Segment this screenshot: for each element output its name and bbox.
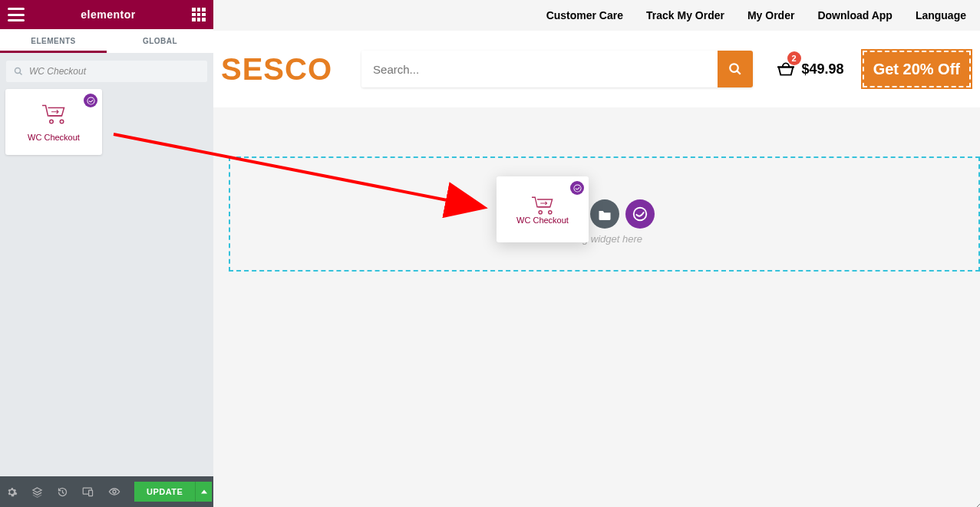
nav-track-order[interactable]: Track My Order — [646, 9, 724, 21]
cart-button[interactable]: 2 $49.98 — [776, 61, 844, 77]
settings-icon[interactable] — [6, 485, 18, 499]
svg-point-5 — [60, 120, 64, 123]
svg-point-3 — [87, 97, 94, 104]
apps-grid-icon[interactable] — [192, 8, 206, 21]
nav-language[interactable]: Language — [916, 9, 966, 21]
widget-wc-checkout[interactable]: WC Checkout — [5, 89, 102, 155]
page-preview: Customer Care Track My Order My Order Do… — [213, 0, 980, 507]
template-icon — [632, 206, 648, 222]
cart-count-badge: 2 — [787, 51, 801, 65]
panel-tabs: ELEMENTS GLOBAL — [0, 29, 213, 54]
widget-label: WC Checkout — [28, 133, 80, 142]
preview-icon[interactable] — [108, 485, 120, 499]
svg-point-9 — [730, 64, 738, 72]
drag-ghost-label: WC Checkout — [516, 216, 569, 225]
search-icon — [14, 67, 23, 76]
widget-search-field[interactable] — [5, 60, 208, 83]
site-search — [361, 51, 753, 87]
panel-footer: UPDATE — [0, 476, 213, 507]
svg-point-20 — [539, 211, 542, 214]
add-template-button[interactable] — [590, 199, 619, 229]
search-input[interactable] — [361, 51, 718, 87]
theme-template-button[interactable] — [625, 199, 655, 229]
search-icon — [728, 62, 742, 76]
caret-up-icon — [201, 489, 207, 494]
responsive-icon[interactable] — [82, 485, 94, 499]
widget-search-input[interactable] — [29, 66, 200, 77]
svg-line-16 — [974, 504, 980, 507]
elementor-panel: elementor ELEMENTS GLOBAL WC Checkout — [0, 0, 213, 507]
svg-point-8 — [113, 490, 116, 493]
nav-download-app[interactable]: Download App — [817, 9, 892, 21]
navigator-icon[interactable] — [31, 485, 43, 499]
widget-plugin-badge-icon — [84, 94, 97, 107]
svg-point-4 — [50, 120, 54, 123]
svg-point-21 — [549, 211, 552, 214]
update-dropdown-button[interactable] — [195, 482, 212, 502]
update-button-group: UPDATE — [134, 482, 212, 502]
cart-icon — [40, 102, 68, 125]
tab-elements[interactable]: ELEMENTS — [0, 29, 107, 53]
nav-my-order[interactable]: My Order — [747, 9, 794, 21]
update-button[interactable]: UPDATE — [134, 482, 195, 502]
site-logo[interactable]: SESCO — [221, 52, 332, 87]
widget-plugin-badge-icon — [570, 181, 584, 195]
section-dropzone[interactable]: Drag widget here — [229, 156, 980, 272]
panel-header: elementor — [0, 0, 213, 29]
cart-total: $49.98 — [802, 61, 844, 77]
hamburger-menu-icon[interactable] — [8, 8, 25, 21]
panel-title: elementor — [81, 8, 135, 21]
history-icon[interactable] — [57, 485, 68, 499]
cart-icon — [530, 194, 556, 216]
svg-point-0 — [15, 68, 21, 74]
svg-line-10 — [737, 71, 740, 74]
svg-line-1 — [20, 73, 22, 75]
tab-global[interactable]: GLOBAL — [107, 29, 213, 53]
top-nav: Customer Care Track My Order My Order Do… — [213, 0, 980, 31]
drag-ghost-widget: WC Checkout — [497, 176, 589, 242]
widgets-grid: WC Checkout — [0, 89, 213, 155]
nav-customer-care[interactable]: Customer Care — [546, 9, 623, 21]
widget-search — [0, 54, 213, 89]
search-button[interactable] — [718, 51, 753, 87]
svg-point-19 — [574, 185, 580, 191]
svg-rect-7 — [89, 490, 93, 495]
resize-handle-icon[interactable] — [972, 499, 980, 507]
promo-button[interactable]: Get 20% Off — [863, 51, 971, 87]
svg-point-15 — [634, 209, 645, 220]
folder-icon — [598, 209, 612, 220]
site-header: SESCO 2 $49.98 Get 20% Off — [213, 31, 980, 107]
